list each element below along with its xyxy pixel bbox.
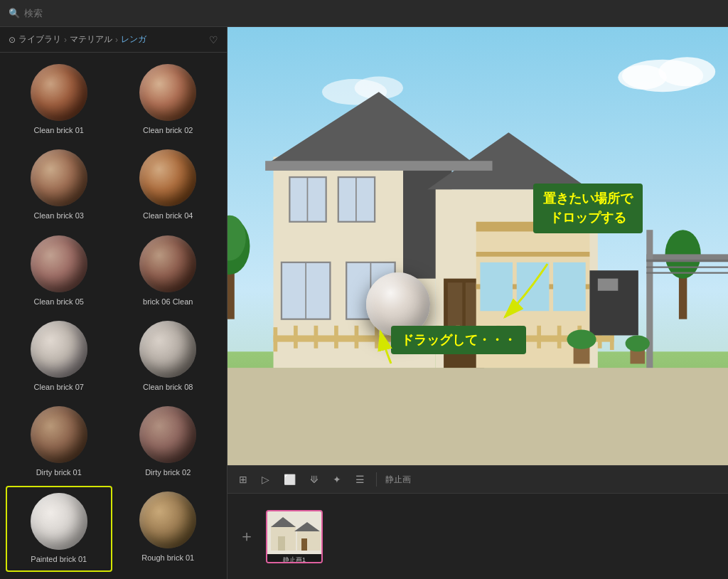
- svg-point-58: [405, 285, 424, 304]
- timeline-clip[interactable]: 静止画1: [266, 510, 323, 563]
- material-label-painted-brick-01: Painted brick 01: [31, 554, 87, 564]
- svg-rect-46: [436, 326, 440, 349]
- breadcrumb-library[interactable]: ライブラリ: [18, 33, 61, 46]
- breadcrumb: ⊙ ライブラリ › マテリアル › レンガ: [9, 33, 146, 46]
- svg-rect-51: [537, 326, 541, 349]
- svg-rect-49: [496, 326, 500, 349]
- toolbar-still-label[interactable]: 静止画: [385, 474, 411, 486]
- material-label-clean-brick-08: Clean brick 08: [143, 382, 193, 392]
- svg-rect-44: [395, 326, 400, 349]
- material-label-clean-brick-02: Clean brick 02: [143, 125, 193, 135]
- svg-rect-79: [297, 531, 321, 551]
- svg-rect-63: [417, 331, 422, 348]
- material-item-clean-brick-07[interactable]: Clean brick 07: [6, 315, 112, 398]
- svg-rect-40: [314, 326, 318, 349]
- svg-rect-39: [294, 326, 298, 349]
- svg-rect-82: [301, 538, 307, 551]
- material-label-clean-brick-01: Clean brick 01: [34, 125, 84, 135]
- svg-rect-81: [278, 536, 285, 551]
- material-label-clean-brick-06: brick 06 Clean: [143, 297, 193, 307]
- material-sphere-clean-brick-04: [139, 149, 196, 206]
- viewport[interactable]: ドラッグして・・・ 置きたい場所で ドロップする: [228, 27, 728, 465]
- bottom-toolbar: ⊞ ▷ ⬜ ⟱ ✦ ☰ 静止画: [228, 465, 728, 494]
- material-item-clean-brick-06[interactable]: brick 06 Clean: [115, 230, 222, 312]
- svg-rect-50: [517, 326, 521, 349]
- svg-rect-34: [480, 262, 513, 311]
- svg-rect-38: [274, 327, 278, 351]
- material-item-dirty-brick-02[interactable]: Dirty brick 02: [115, 400, 222, 483]
- material-item-rough-brick-03[interactable]: Rough brick 03: [115, 575, 222, 579]
- svg-rect-57: [598, 279, 619, 291]
- svg-rect-48: [476, 326, 481, 349]
- breadcrumb-material[interactable]: マテリアル: [70, 33, 112, 46]
- material-sphere-clean-brick-03: [31, 149, 87, 206]
- breadcrumb-sep-2: ›: [115, 35, 118, 45]
- svg-rect-61: [417, 303, 422, 326]
- breadcrumb-sep-1: ›: [64, 35, 67, 45]
- material-item-clean-brick-02[interactable]: Clean brick 02: [115, 58, 222, 141]
- svg-rect-31: [476, 222, 590, 232]
- svg-rect-41: [334, 326, 338, 349]
- material-sphere-clean-brick-02: [139, 64, 196, 121]
- material-label-clean-brick-04: Clean brick 04: [143, 211, 193, 221]
- material-sphere-clean-brick-06: [139, 235, 196, 292]
- house-scene-svg: [228, 27, 728, 465]
- timeline-add-button[interactable]: ＋: [236, 526, 257, 547]
- svg-rect-37: [274, 335, 614, 341]
- material-label-dirty-brick-01: Dirty brick 01: [36, 467, 82, 477]
- svg-rect-35: [517, 262, 550, 311]
- material-item-clean-brick-04[interactable]: Clean brick 04: [115, 144, 222, 226]
- svg-rect-42: [355, 326, 359, 349]
- svg-rect-62: [410, 331, 415, 348]
- material-sphere-clean-brick-01: [31, 64, 87, 121]
- timeline: ＋ 静止画1: [228, 494, 728, 579]
- svg-point-73: [626, 335, 650, 351]
- breadcrumb-library-icon: ⊙: [9, 35, 16, 45]
- right-panel: ドラッグして・・・ 置きたい場所で ドロップする: [228, 27, 728, 579]
- breadcrumb-bar: ⊙ ライブラリ › マテリアル › レンガ ♡: [0, 27, 227, 53]
- material-sphere-dirty-brick-02: [139, 406, 196, 463]
- svg-rect-36: [553, 262, 586, 311]
- material-label-clean-brick-03: Clean brick 03: [34, 211, 84, 221]
- svg-rect-18: [265, 161, 492, 171]
- material-item-clean-brick-05[interactable]: Clean brick 05: [6, 230, 112, 312]
- material-sphere-rough-brick-01: [139, 492, 196, 548]
- toolbar-star-icon[interactable]: ✦: [330, 471, 344, 488]
- timeline-clip-label: 静止画1: [267, 554, 321, 563]
- toolbar-video-icon[interactable]: ▷: [259, 471, 272, 488]
- svg-rect-47: [456, 326, 460, 349]
- search-icon: 🔍: [9, 8, 20, 18]
- timeline-clip-thumbnail: [267, 511, 321, 554]
- material-label-dirty-brick-02: Dirty brick 02: [145, 467, 191, 477]
- material-label-rough-brick-01: Rough brick 01: [141, 553, 194, 563]
- material-sphere-clean-brick-05: [31, 235, 87, 292]
- svg-rect-60: [407, 303, 412, 326]
- toolbar-export-icon[interactable]: ⟱: [307, 471, 321, 488]
- svg-point-4: [658, 57, 715, 86]
- material-item-dirty-brick-01[interactable]: Dirty brick 01: [6, 400, 112, 483]
- toolbar-list-icon[interactable]: ☰: [353, 471, 368, 488]
- material-sphere-dirty-brick-01: [31, 406, 87, 463]
- material-sphere-clean-brick-07: [31, 321, 87, 378]
- toolbar-separator: [376, 472, 377, 487]
- material-sphere-painted-brick-01: [31, 493, 87, 550]
- svg-rect-52: [557, 326, 562, 349]
- svg-point-5: [618, 65, 666, 90]
- material-item-clean-brick-03[interactable]: Clean brick 03: [6, 144, 112, 226]
- svg-point-71: [567, 329, 596, 349]
- material-item-rough-brick-02[interactable]: Rough brick 02: [6, 575, 112, 579]
- material-label-clean-brick-05: Clean brick 05: [34, 297, 84, 307]
- breadcrumb-category: レンガ: [121, 33, 146, 46]
- svg-rect-2: [228, 368, 728, 465]
- material-item-painted-brick-01[interactable]: Painted brick 01: [6, 486, 112, 571]
- sidebar: ⊙ ライブラリ › マテリアル › レンガ ♡ Clean brick 01Cl…: [0, 27, 228, 579]
- toolbar-image-icon[interactable]: ⊞: [236, 471, 250, 488]
- material-item-clean-brick-08[interactable]: Clean brick 08: [115, 315, 222, 398]
- material-grid: Clean brick 01Clean brick 02Clean brick …: [0, 53, 227, 579]
- material-item-rough-brick-01[interactable]: Rough brick 01: [115, 486, 222, 571]
- main-layout: ⊙ ライブラリ › マテリアル › レンガ ♡ Clean brick 01Cl…: [0, 27, 728, 579]
- toolbar-folder-icon[interactable]: ⬜: [281, 471, 299, 488]
- material-item-clean-brick-01[interactable]: Clean brick 01: [6, 58, 112, 141]
- search-input[interactable]: [24, 8, 719, 18]
- favorite-icon[interactable]: ♡: [209, 34, 218, 46]
